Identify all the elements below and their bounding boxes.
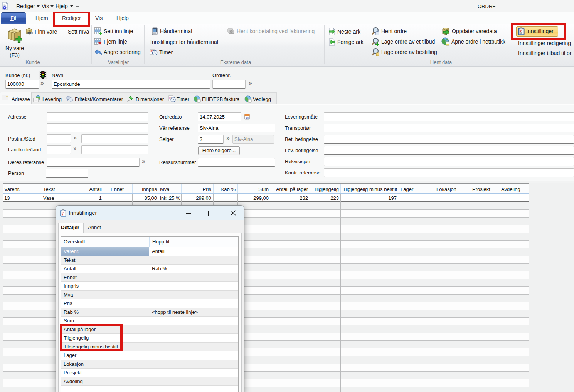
svg-text:10: 10	[246, 116, 249, 119]
